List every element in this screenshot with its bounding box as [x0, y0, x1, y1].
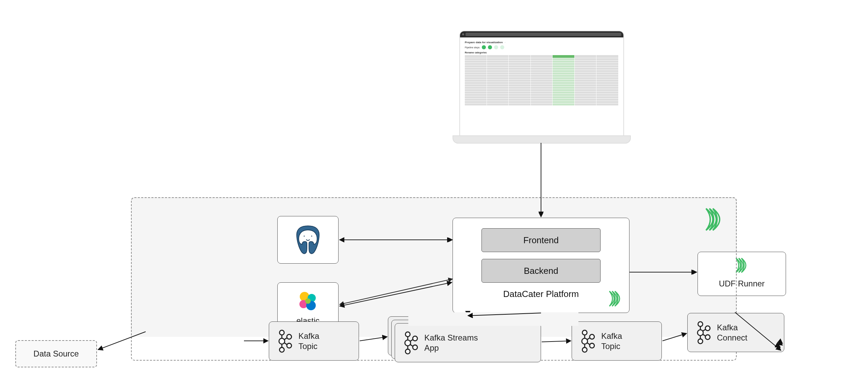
kafka-icon — [579, 329, 595, 353]
data-source-label: Data Source — [33, 349, 79, 359]
laptop-table-mock — [465, 55, 619, 105]
ktr1: Kafka — [601, 331, 622, 341]
kcr2: Connect — [717, 333, 747, 343]
kafka-topic-right-box: Kafka Topic — [572, 321, 662, 361]
laptop-screenshot: Prepare data for visualization · Pipelin… — [459, 31, 624, 137]
kafka-streams-box: Kafka Streams App — [395, 323, 541, 362]
data-source-box: Data Source — [15, 340, 97, 367]
ktl1: Kafka — [298, 331, 319, 341]
laptop-title: Prepare data for visualization — [465, 41, 503, 44]
kafka-connect-right-box: Kafka Connect — [687, 313, 784, 352]
laptop-section: Rename categories — [465, 51, 487, 54]
ks1: Kafka Streams — [424, 333, 478, 343]
laptop-base — [453, 135, 631, 144]
kafka-icon — [403, 331, 418, 355]
kafka-icon — [695, 321, 711, 345]
kcr1: Kafka — [717, 322, 747, 333]
kafka-topic-left-box: Kafka Topic — [269, 321, 359, 361]
ktl2: Topic — [298, 341, 319, 351]
laptop-sidebar-label: Pipeline steps — [465, 46, 480, 49]
ktr2: Topic — [601, 341, 622, 351]
ks2: App — [424, 343, 478, 353]
kafka-icon — [277, 329, 292, 353]
